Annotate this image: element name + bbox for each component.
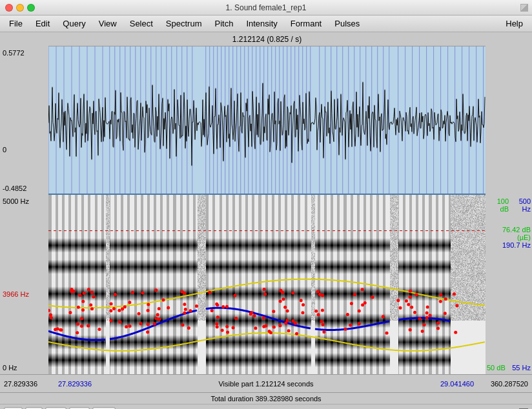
spec-pitch-label: 3966 Hz — [3, 290, 46, 298]
spectrogram-right: 100 dB 500 Hz 76.42 dB (µE) 190.7 Hz 50 … — [486, 195, 532, 374]
spec-right-top-db: 100 dB — [487, 197, 509, 213]
menu-spectrum[interactable]: Spectrum — [159, 17, 209, 30]
maximize-button[interactable] — [27, 4, 35, 12]
spec-right-mid-hz: 190.7 Hz — [502, 241, 531, 249]
main-area: 0.5772 0 -0.4852 5000 Hz 3966 Hz 0 Hz 1.… — [0, 32, 532, 374]
close-button[interactable] — [5, 4, 13, 12]
controls: all in out sel bak Group — [0, 404, 532, 409]
menu-view[interactable]: View — [92, 17, 123, 30]
spectrogram-axis: 5000 Hz 3966 Hz 0 Hz — [0, 195, 48, 374]
menu-select[interactable]: Select — [123, 17, 159, 30]
waveform-top-value: 0.5772 — [3, 49, 46, 57]
timebar-right: 360.287520 — [476, 380, 528, 388]
spectrogram-panel[interactable] — [48, 195, 486, 374]
spectrogram-canvas[interactable] — [48, 195, 486, 374]
waveform-canvas[interactable] — [48, 46, 486, 194]
window-title: 1. Sound female1_rep1 — [226, 3, 307, 12]
right-axis: 100 dB 500 Hz 76.42 dB (µE) 190.7 Hz 50 … — [486, 32, 532, 374]
timebar-left: 27.829336 — [4, 380, 56, 388]
menu-file[interactable]: File — [3, 17, 29, 30]
timebar-center: Visible part 1.212124 seconds — [92, 380, 440, 388]
center-area: 1.212124 (0.825 / s) — [48, 32, 486, 374]
minimize-button[interactable] — [16, 4, 24, 12]
traffic-lights — [5, 4, 35, 12]
spec-right-top-hz: 500 Hz — [509, 197, 531, 213]
spec-right-bot-db: 50 dB — [487, 364, 506, 372]
btn-out[interactable]: out — [45, 407, 66, 410]
menu-query[interactable]: Query — [56, 17, 92, 30]
btn-bak[interactable]: bak — [92, 407, 116, 410]
timebar-mid-right: 29.041460 — [440, 380, 474, 388]
spec-bottom-hz: 0 Hz — [3, 364, 46, 372]
btn-all[interactable]: all — [4, 407, 23, 410]
waveform-right — [486, 46, 532, 195]
spec-right-mid-db: 76.42 dB (µE) — [487, 226, 531, 241]
waveform-bottom-value: -0.4852 — [3, 185, 46, 192]
menubar: File Edit Query View Select Spectrum Pit… — [0, 15, 532, 32]
time-header: 1.212124 (0.825 / s) — [48, 32, 486, 46]
totalbar: Total duration 389.328980 seconds — [0, 392, 532, 404]
menu-pitch[interactable]: Pitch — [209, 17, 240, 30]
time-display: 1.212124 (0.825 / s) — [232, 35, 302, 44]
timebar: 27.829336 27.829336 Visible part 1.21212… — [0, 374, 532, 392]
resize-button[interactable] — [520, 4, 528, 12]
total-duration-text: Total duration 389.328980 seconds — [210, 395, 321, 403]
timebar-mid-left: 27.829336 — [58, 380, 92, 388]
btn-sel[interactable]: sel — [69, 407, 90, 410]
menu-intensity[interactable]: Intensity — [240, 17, 283, 30]
titlebar: 1. Sound female1_rep1 — [0, 0, 532, 15]
btn-in[interactable]: in — [25, 407, 43, 410]
menu-help[interactable]: Help — [499, 17, 529, 30]
menu-pulses[interactable]: Pulses — [328, 17, 366, 30]
waveform-axis: 0.5772 0 -0.4852 — [0, 46, 48, 195]
spec-right-bot-hz: 55 Hz — [512, 364, 531, 372]
left-axis: 0.5772 0 -0.4852 5000 Hz 3966 Hz 0 Hz — [0, 32, 48, 374]
waveform-panel[interactable] — [48, 46, 486, 195]
spec-top-hz: 5000 Hz — [3, 197, 46, 205]
menu-edit[interactable]: Edit — [29, 17, 56, 30]
menu-formant[interactable]: Formant — [284, 17, 328, 30]
waveform-zero-value: 0 — [3, 146, 46, 154]
